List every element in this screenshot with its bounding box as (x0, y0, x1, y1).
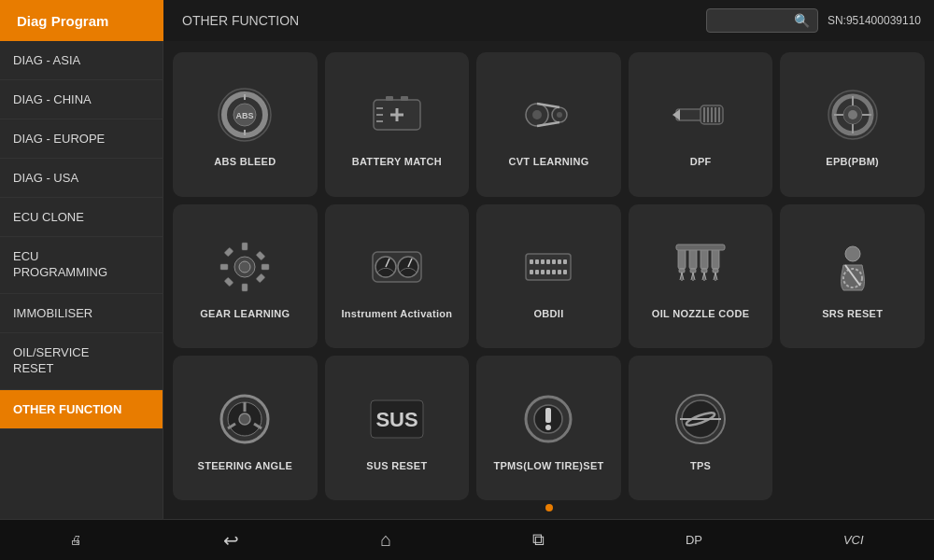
sidebar-item-diag-asia[interactable]: DIAG - ASIA (0, 41, 163, 80)
sidebar: DIAG - ASIA DIAG - CHINA DIAG - EUROPE D… (0, 41, 163, 519)
battery-match-label: BATTERY MATCH (352, 155, 442, 168)
svg-rect-41 (262, 264, 269, 270)
obdii-icon (516, 234, 581, 300)
svg-point-17 (532, 110, 542, 119)
tile-instrument-activation[interactable]: Instrument Activation (325, 204, 470, 349)
sidebar-item-ecu-clone[interactable]: ECU CLONE (0, 198, 163, 237)
svg-rect-68 (679, 269, 685, 273)
tile-tps[interactable]: TPS (629, 356, 773, 500)
vci-button[interactable]: VCI (827, 527, 881, 553)
dp-button[interactable]: DP (669, 527, 719, 553)
svg-point-88 (845, 246, 860, 261)
svg-rect-72 (701, 269, 707, 273)
sidebar-item-oil-service-reset[interactable]: OIL/SERVICERESET (0, 333, 163, 390)
svg-rect-65 (558, 270, 561, 274)
svg-rect-7 (386, 96, 393, 101)
brand-label: Diag Program (0, 0, 163, 41)
dpf-icon (668, 82, 733, 147)
svg-point-46 (239, 261, 250, 273)
svg-rect-38 (242, 243, 248, 250)
svg-rect-56 (546, 259, 550, 264)
page-title: OTHER FUNCTION (163, 13, 706, 28)
epb-pbm-label: EPB(PBM) (826, 155, 879, 168)
svg-text:ABS: ABS (236, 111, 254, 120)
svg-rect-54 (535, 259, 539, 264)
windows-button[interactable]: ⧉ (516, 525, 561, 555)
tile-epb-pbm[interactable]: EPB(PBM) (780, 52, 925, 197)
abs-bleed-label: ABS BLEED (214, 155, 276, 168)
instrument-activation-icon (364, 234, 430, 300)
tps-icon (668, 386, 733, 452)
main-layout: DIAG - ASIA DIAG - CHINA DIAG - EUROPE D… (0, 41, 934, 519)
tpms-icon (516, 386, 581, 452)
tps-label: TPS (690, 459, 711, 472)
svg-rect-63 (546, 270, 550, 274)
gear-learning-icon (212, 234, 277, 300)
svg-rect-74 (713, 269, 718, 273)
sus-reset-label: SUS RESET (366, 459, 427, 472)
svg-rect-70 (690, 269, 696, 273)
svg-rect-66 (563, 270, 567, 274)
back-icon: ↩ (223, 529, 239, 552)
search-input[interactable] (715, 14, 794, 27)
tile-battery-match[interactable]: BATTERY MATCH (325, 52, 470, 197)
steering-angle-icon (212, 386, 277, 452)
svg-point-96 (239, 413, 250, 425)
home-icon: ⌂ (380, 529, 391, 551)
sus-reset-icon: SUS (364, 386, 430, 452)
tile-obdii[interactable]: OBDII (476, 204, 621, 349)
svg-rect-42 (224, 247, 234, 257)
windows-icon: ⧉ (532, 530, 545, 550)
header: Diag Program OTHER FUNCTION 🔍 SN:9514000… (0, 0, 934, 41)
svg-point-102 (545, 425, 551, 430)
svg-rect-60 (530, 270, 533, 274)
svg-rect-52 (526, 254, 571, 280)
epb-pbm-icon (820, 82, 885, 147)
tile-abs-bleed[interactable]: ABS ABS BLEED (173, 52, 318, 197)
dp-label: DP (686, 533, 702, 547)
sidebar-item-other-function[interactable]: OTHER FUNCTION (0, 390, 163, 429)
svg-text:SUS: SUS (375, 408, 417, 431)
instrument-activation-label: Instrument Activation (341, 307, 452, 320)
sidebar-item-ecu-programming[interactable]: ECUPROGRAMMING (0, 237, 163, 294)
gear-learning-label: GEAR LEARNING (200, 307, 290, 320)
svg-point-18 (557, 112, 562, 118)
sidebar-item-diag-europe[interactable]: DIAG - EUROPE (0, 119, 163, 159)
scroll-dot (545, 504, 553, 511)
sidebar-item-diag-china[interactable]: DIAG - CHINA (0, 80, 163, 119)
tile-sus-reset[interactable]: SUS SUS RESET (325, 356, 470, 500)
svg-rect-8 (401, 96, 408, 101)
search-box[interactable]: 🔍 (706, 8, 818, 33)
sidebar-item-diag-usa[interactable]: DIAG - USA (0, 159, 163, 198)
serial-number: SN:951400039110 (828, 14, 934, 27)
sidebar-item-immobiliser[interactable]: IMMOBILISER (0, 294, 163, 333)
cvt-learning-label: CVT LEARNING (508, 155, 588, 168)
tile-grid: ABS ABS BLEED (173, 52, 925, 500)
svg-rect-64 (552, 270, 556, 274)
svg-rect-58 (558, 259, 561, 264)
tile-tpms-low-tire-set[interactable]: TPMS(LOW TIRE)SET (476, 356, 621, 500)
vci-label: VCI (843, 533, 864, 547)
print-icon: 🖨 (70, 533, 82, 547)
svg-rect-61 (535, 270, 539, 274)
tile-cvt-learning[interactable]: CVT LEARNING (476, 52, 621, 197)
home-button[interactable]: ⌂ (363, 524, 408, 556)
svg-rect-55 (541, 259, 545, 264)
oil-nozzle-code-label: OIL NOZZLE CODE (652, 307, 750, 320)
search-icon: 🔍 (794, 13, 810, 28)
svg-rect-59 (563, 259, 567, 264)
tile-srs-reset[interactable]: SRS RESET (780, 204, 925, 349)
back-button[interactable]: ↩ (206, 524, 256, 557)
tile-gear-learning[interactable]: GEAR LEARNING (173, 204, 318, 349)
srs-reset-icon (820, 234, 885, 300)
svg-rect-39 (242, 284, 248, 291)
print-button[interactable]: 🖨 (53, 527, 99, 553)
tile-steering-angle[interactable]: STEERING ANGLE (173, 356, 318, 500)
svg-rect-62 (541, 270, 545, 274)
oil-nozzle-code-icon (668, 234, 733, 300)
svg-rect-75 (676, 245, 725, 250)
tile-dpf[interactable]: DPF (629, 52, 773, 197)
svg-rect-101 (545, 408, 551, 423)
steering-angle-label: STEERING ANGLE (198, 459, 293, 472)
tile-oil-nozzle-code[interactable]: OIL NOZZLE CODE (629, 204, 773, 349)
